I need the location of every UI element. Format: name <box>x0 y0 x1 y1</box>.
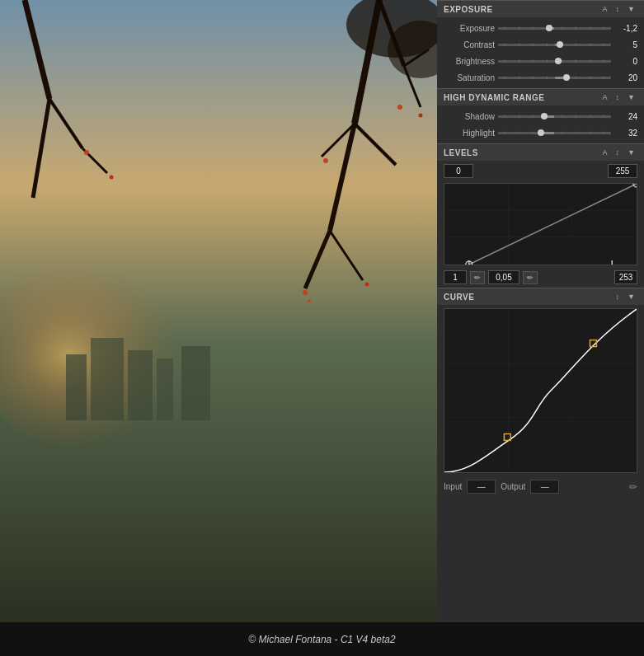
levels-output-min[interactable] <box>444 270 467 284</box>
levels-eyedropper-mid[interactable]: ✏ <box>523 271 538 284</box>
levels-expand-btn[interactable]: ↕ <box>613 148 623 157</box>
curve-input-label: Input <box>444 482 462 491</box>
exposure-sliders: Exposure -1,2 Contrast <box>437 17 644 88</box>
levels-graph <box>444 183 637 265</box>
hdr-auto-btn[interactable]: A <box>600 92 610 102</box>
levels-title: LEVELS <box>444 148 478 157</box>
exposure-slider[interactable] <box>498 22 611 34</box>
levels-area: ✏ ✏ <box>437 161 644 288</box>
highlight-value: 32 <box>614 129 637 138</box>
brightness-slider-row: Brightness 0 <box>437 53 644 69</box>
curve-menu-btn[interactable]: ▼ <box>625 292 637 302</box>
highlight-label: Highlight <box>444 129 495 138</box>
levels-input-min[interactable] <box>444 164 473 178</box>
right-panel: EXPOSURE A ↕ ▼ Exposure <box>437 0 644 622</box>
exposure-expand-btn[interactable]: ↕ <box>613 4 623 14</box>
saturation-slider[interactable] <box>498 72 611 83</box>
brightness-slider[interactable] <box>498 55 611 67</box>
copyright-text: © Michael Fontana - C1 V4 beta2 <box>248 634 395 645</box>
levels-bottom-row: ✏ ✏ <box>437 267 644 288</box>
curve-area: Input — Output — ✏ <box>437 305 644 622</box>
contrast-label: Contrast <box>444 40 495 49</box>
exposure-menu-btn[interactable]: ▼ <box>625 4 637 14</box>
exposure-value: -1,2 <box>614 24 637 33</box>
curve-output-value: — <box>530 480 559 494</box>
curve-expand-btn[interactable]: ↕ <box>613 292 623 302</box>
exposure-slider-row: Exposure -1,2 <box>437 20 644 36</box>
hdr-expand-btn[interactable]: ↕ <box>613 92 623 102</box>
photo-panel <box>0 0 437 622</box>
shadow-slider[interactable] <box>498 110 611 122</box>
levels-auto-btn[interactable]: A <box>600 148 610 157</box>
brightness-value: 0 <box>614 57 637 66</box>
footer: © Michael Fontana - C1 V4 beta2 <box>0 622 644 656</box>
curve-pencil-icon[interactable]: ✏ <box>629 481 637 493</box>
saturation-label: Saturation <box>444 73 495 82</box>
exposure-section-header: EXPOSURE A ↕ ▼ <box>437 0 644 17</box>
levels-section-header: LEVELS A ↕ ▼ <box>437 143 644 161</box>
levels-input-max[interactable] <box>608 164 637 178</box>
curve-input-value: — <box>467 480 496 494</box>
shadow-slider-row: Shadow 24 <box>437 108 644 124</box>
levels-eyedropper-black[interactable]: ✏ <box>470 271 485 284</box>
curve-graph[interactable] <box>444 308 637 473</box>
contrast-slider[interactable] <box>498 39 611 50</box>
hdr-sliders: Shadow 24 Highlight <box>437 105 644 143</box>
levels-menu-btn[interactable]: ▼ <box>625 148 637 157</box>
saturation-slider-row: Saturation 20 <box>437 69 644 86</box>
exposure-title: EXPOSURE <box>444 5 493 14</box>
brightness-label: Brightness <box>444 57 495 66</box>
hdr-title: HIGH DYNAMIC RANGE <box>444 93 544 102</box>
svg-line-34 <box>469 184 637 265</box>
highlight-slider-row: Highlight 32 <box>437 124 644 141</box>
levels-output-mid[interactable] <box>488 270 519 284</box>
shadow-label: Shadow <box>444 112 495 121</box>
exposure-label: Exposure <box>444 24 495 33</box>
highlight-slider[interactable] <box>498 127 611 138</box>
curve-output-label: Output <box>501 482 525 491</box>
shadow-value: 24 <box>614 112 637 121</box>
contrast-slider-row: Contrast 5 <box>437 36 644 53</box>
saturation-value: 20 <box>614 73 637 82</box>
curve-io-row: Input — Output — ✏ <box>437 476 644 497</box>
levels-output-max[interactable] <box>614 270 637 284</box>
exposure-auto-btn[interactable]: A <box>600 4 610 14</box>
curve-title: CURVE <box>444 293 474 302</box>
curve-section-header: CURVE ↕ ▼ <box>437 288 644 305</box>
contrast-value: 5 <box>614 40 637 49</box>
hdr-menu-btn[interactable]: ▼ <box>625 92 637 102</box>
hdr-section-header: HIGH DYNAMIC RANGE A ↕ ▼ <box>437 88 644 105</box>
